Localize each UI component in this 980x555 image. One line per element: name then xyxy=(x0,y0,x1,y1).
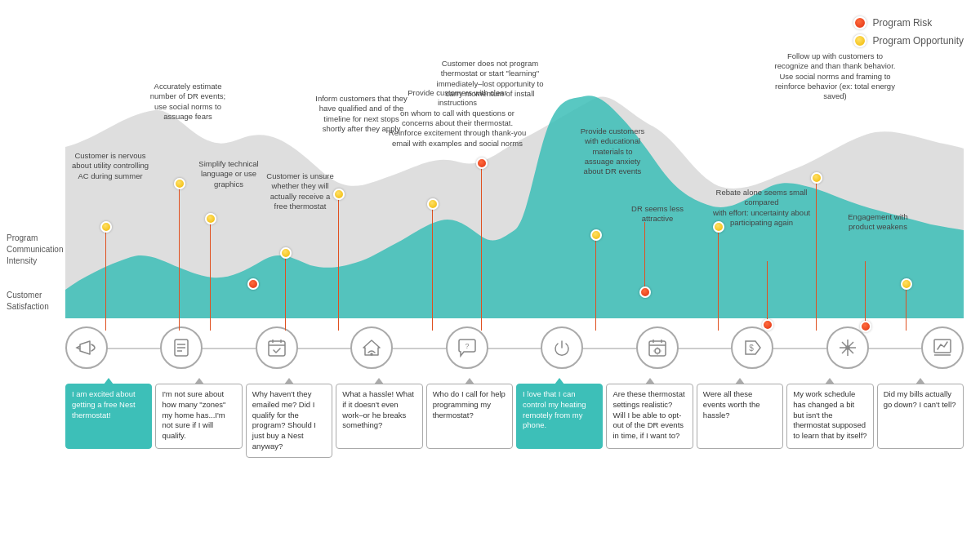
dot-3 xyxy=(205,213,216,224)
stage-enrollment xyxy=(160,326,203,369)
quote-4: Who do I call for help programming my th… xyxy=(426,384,513,449)
satisfaction-axis-label: CustomerSatisfaction xyxy=(7,290,62,313)
line-3 xyxy=(210,220,211,331)
svg-point-24 xyxy=(846,346,849,349)
quote-6: Are these thermostat settings realistic?… xyxy=(606,384,693,449)
quote-0: I am excited about getting a free Nest t… xyxy=(65,384,152,449)
dot-15 xyxy=(901,278,912,290)
dot-12 xyxy=(762,319,773,331)
svg-point-14 xyxy=(655,349,660,353)
line-1 xyxy=(105,229,106,331)
line-10 xyxy=(644,222,645,293)
dot-6 xyxy=(333,189,345,200)
legend-opportunity-label: Program Opportunity xyxy=(873,35,964,47)
stage-control xyxy=(826,326,869,369)
line-8 xyxy=(481,165,482,331)
quote-8: My work schedule has changed a bit but i… xyxy=(786,384,873,449)
stage-dr-event xyxy=(636,326,679,369)
quotes-row: I am excited about getting a free Nest t… xyxy=(65,384,964,458)
stage-install xyxy=(350,326,393,369)
quote-5: I love that I can control my heating rem… xyxy=(516,384,603,449)
quote-9: Did my bills actually go down? I can't t… xyxy=(877,384,964,449)
stage-support: ? xyxy=(446,326,488,369)
line-14 xyxy=(865,261,866,327)
stage-thermostat xyxy=(256,326,298,369)
opportunity-icon xyxy=(853,34,866,47)
dot-1 xyxy=(100,221,112,233)
annotation-9: Provide customerswith educationalmateria… xyxy=(568,127,657,177)
line-11 xyxy=(718,229,719,331)
main-container: Program Risk Program Opportunity Program… xyxy=(0,0,980,555)
annotation-1: Customer is nervousabout utility control… xyxy=(65,151,155,181)
line-7 xyxy=(432,206,433,331)
svg-text:$: $ xyxy=(749,344,754,353)
risk-icon xyxy=(853,16,866,29)
stage-results xyxy=(921,326,964,369)
legend-risk: Program Risk xyxy=(853,16,964,29)
dot-4 xyxy=(247,278,259,290)
dot-2 xyxy=(174,178,185,189)
annotation-10: DR seems lessattractive xyxy=(621,204,694,224)
line-12 xyxy=(767,261,768,326)
annotation-13: Follow up with customers torecognize and… xyxy=(768,51,902,102)
stage-reward: $ xyxy=(731,326,773,369)
legend-opportunity: Program Opportunity xyxy=(853,34,964,47)
dot-7 xyxy=(427,198,439,210)
svg-point-8 xyxy=(371,353,372,355)
dot-9 xyxy=(590,229,602,241)
line-9 xyxy=(595,237,596,331)
line-6 xyxy=(338,196,339,331)
annotation-5: Customer is unsurewhether they willactua… xyxy=(257,171,343,211)
dot-5 xyxy=(280,247,292,259)
line-5 xyxy=(285,255,286,331)
svg-rect-4 xyxy=(269,341,285,356)
quote-3: What a hassle! What if it doesn't even w… xyxy=(336,384,422,449)
line-15 xyxy=(906,286,906,331)
line-2 xyxy=(179,185,180,331)
annotation-2: Accurately estimatenumber of DR events;u… xyxy=(139,82,237,122)
legend-risk-label: Program Risk xyxy=(873,17,933,29)
dot-11 xyxy=(713,221,724,233)
quote-1: I'm not sure about how many "zones" my h… xyxy=(155,384,242,449)
line-13 xyxy=(816,180,817,331)
intensity-axis-label: ProgramCommunicationIntensity xyxy=(7,233,62,267)
quote-2: Why haven't they emailed me? Did I quali… xyxy=(246,384,332,458)
dot-10 xyxy=(639,286,651,298)
legend: Program Risk Program Opportunity xyxy=(853,16,964,47)
annotation-14: Engagement withproduct weakens xyxy=(833,212,923,233)
dot-8 xyxy=(476,158,488,169)
stage-activation xyxy=(541,326,583,369)
svg-text:?: ? xyxy=(465,342,469,350)
stage-awareness xyxy=(65,326,108,369)
quote-7: Were all these events worth the hassle? xyxy=(697,384,783,449)
annotation-8: Customer does not programthermostat or s… xyxy=(416,59,564,99)
dot-13 xyxy=(811,172,822,184)
dot-14 xyxy=(860,321,871,332)
